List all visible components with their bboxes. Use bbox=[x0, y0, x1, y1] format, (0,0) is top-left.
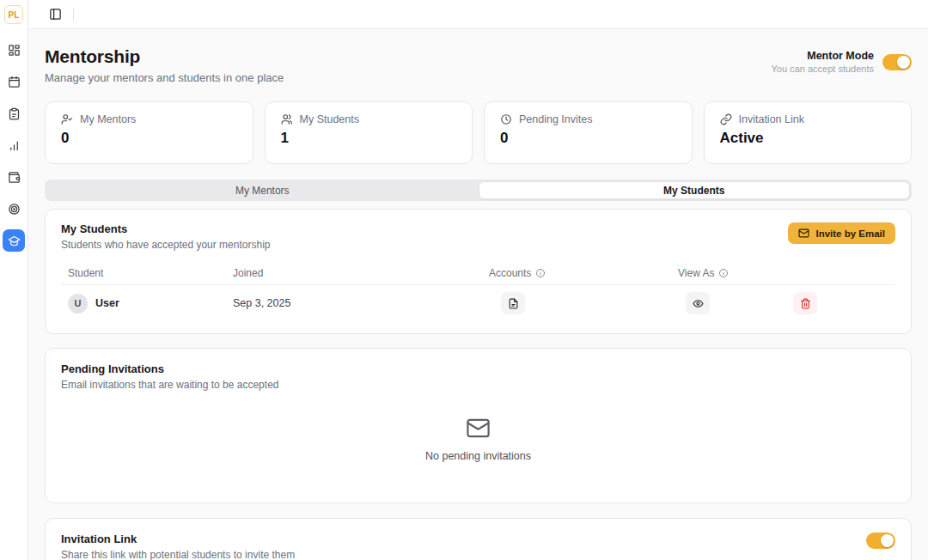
file-icon bbox=[508, 298, 519, 309]
eye-icon bbox=[693, 298, 704, 309]
info-icon[interactable] bbox=[535, 268, 546, 278]
page-header: Mentorship Manage your mentors and stude… bbox=[45, 46, 912, 84]
sidebar-item-tasks[interactable] bbox=[3, 102, 25, 125]
mail-icon bbox=[466, 416, 491, 441]
stat-card-my-students: My Students 1 bbox=[265, 101, 473, 164]
stat-value: 1 bbox=[281, 130, 457, 147]
trash-icon bbox=[800, 298, 811, 309]
sidebar-item-analytics[interactable] bbox=[3, 134, 25, 156]
view-accounts-button[interactable] bbox=[501, 292, 525, 314]
my-students-titles: My Students Students who have accepted y… bbox=[61, 222, 270, 251]
sidebar-item-dashboard[interactable] bbox=[3, 39, 25, 61]
mentorship-tabs: My Mentors My Students bbox=[45, 180, 912, 201]
calendar-icon bbox=[8, 76, 21, 88]
actions-cell bbox=[793, 292, 888, 314]
sidebar-item-wallet[interactable] bbox=[3, 166, 25, 188]
students-table: Student Joined Accounts View As U bbox=[61, 261, 895, 321]
tab-my-students[interactable]: My Students bbox=[479, 181, 911, 199]
my-students-card: My Students Students who have accepted y… bbox=[45, 209, 912, 334]
tab-my-mentors[interactable]: My Mentors bbox=[46, 181, 479, 199]
view-as-student-button[interactable] bbox=[686, 292, 710, 314]
invitation-link-titles: Invitation Link Share this link with pot… bbox=[61, 533, 295, 560]
invitation-link-title: Invitation Link bbox=[61, 533, 295, 545]
invite-by-email-label: Invite by Email bbox=[815, 228, 885, 239]
page-subtitle: Manage your mentors and students in one … bbox=[45, 71, 284, 84]
sidebar-item-calendar[interactable] bbox=[3, 70, 25, 93]
pending-invitations-title: Pending Invitations bbox=[61, 362, 895, 375]
accounts-cell bbox=[489, 292, 678, 314]
users-icon bbox=[281, 113, 293, 125]
target-icon bbox=[8, 203, 21, 216]
pending-invitations-card: Pending Invitations Email invitations th… bbox=[45, 348, 912, 503]
info-icon[interactable] bbox=[718, 268, 729, 278]
column-label: Accounts bbox=[489, 267, 531, 279]
sidebar-item-goals[interactable] bbox=[3, 198, 25, 220]
sidebar: PL bbox=[0, 0, 28, 560]
pending-invitations-empty-state: No pending invitations bbox=[46, 416, 911, 462]
clock-icon bbox=[500, 113, 512, 125]
pending-invitations-subtitle: Email invitations that are waiting to be… bbox=[61, 379, 895, 391]
invitation-link-subtitle: Share this link with potential students … bbox=[61, 549, 295, 560]
topbar-divider bbox=[73, 8, 74, 21]
my-students-card-header: My Students Students who have accepted y… bbox=[61, 222, 895, 251]
app-logo[interactable]: PL bbox=[4, 5, 23, 24]
stat-label: My Mentors bbox=[80, 113, 136, 125]
graduation-cap-icon bbox=[8, 234, 21, 247]
page-header-text: Mentorship Manage your mentors and stude… bbox=[45, 46, 284, 84]
invitation-link-header: Invitation Link Share this link with pot… bbox=[61, 533, 895, 560]
joined-date: Sep 3, 2025 bbox=[233, 297, 489, 309]
stat-label: Pending Invites bbox=[519, 113, 592, 125]
clipboard-icon bbox=[8, 107, 21, 120]
wallet-icon bbox=[8, 171, 21, 184]
invitation-link-toggle[interactable] bbox=[866, 533, 895, 549]
invitation-link-card: Invitation Link Share this link with pot… bbox=[45, 518, 912, 560]
stat-card-header: My Mentors bbox=[61, 113, 237, 125]
view-as-cell bbox=[678, 292, 793, 314]
sidebar-nav bbox=[3, 39, 25, 252]
stat-card-pending-invites: Pending Invites 0 bbox=[484, 101, 693, 164]
mentor-mode-control: Mentor Mode You can accept students bbox=[772, 50, 912, 74]
empty-state-message: No pending invitations bbox=[425, 450, 531, 462]
column-header-accounts: Accounts bbox=[489, 267, 678, 279]
invite-by-email-button[interactable]: Invite by Email bbox=[788, 222, 895, 244]
student-cell: U User bbox=[68, 294, 233, 313]
stat-card-header: My Students bbox=[281, 113, 457, 125]
mentor-mode-text: Mentor Mode You can accept students bbox=[772, 50, 874, 74]
mentor-mode-description: You can accept students bbox=[772, 64, 874, 74]
stat-card-my-mentors: My Mentors 0 bbox=[45, 101, 253, 164]
stat-value: 0 bbox=[61, 130, 237, 147]
topbar bbox=[28, 0, 928, 29]
mentor-mode-label: Mentor Mode bbox=[772, 50, 874, 62]
column-header-view-as: View As bbox=[678, 267, 793, 279]
mail-icon bbox=[798, 228, 809, 239]
sidebar-toggle-button[interactable] bbox=[46, 5, 64, 24]
remove-student-button[interactable] bbox=[793, 292, 817, 314]
my-students-title: My Students bbox=[61, 222, 270, 235]
bar-chart-icon bbox=[8, 139, 21, 152]
stat-label: Invitation Link bbox=[739, 113, 804, 125]
stat-value: 0 bbox=[500, 130, 676, 147]
column-header-joined: Joined bbox=[233, 267, 489, 279]
student-name: User bbox=[95, 297, 119, 309]
main-content: Mentorship Manage your mentors and stude… bbox=[28, 29, 928, 560]
stats-row: My Mentors 0 My Students 1 Pending Invit… bbox=[45, 101, 912, 164]
mentorship-page: PL bbox=[0, 0, 928, 560]
stat-value: Active bbox=[720, 130, 896, 147]
avatar: U bbox=[68, 294, 88, 313]
column-label: View As bbox=[678, 267, 714, 279]
dashboard-icon bbox=[8, 44, 21, 57]
student-table-row: U User Sep 3, 2025 bbox=[61, 285, 895, 321]
column-label: Student bbox=[68, 267, 103, 279]
column-label: Joined bbox=[233, 267, 263, 279]
stat-card-header: Pending Invites bbox=[500, 113, 676, 125]
sidebar-item-mentorship[interactable] bbox=[3, 229, 25, 252]
stat-card-invitation-link: Invitation Link Active bbox=[704, 101, 913, 164]
my-students-subtitle: Students who have accepted your mentorsh… bbox=[61, 239, 270, 251]
mentor-mode-toggle[interactable] bbox=[882, 54, 912, 70]
link-icon bbox=[720, 113, 732, 125]
stat-card-header: Invitation Link bbox=[720, 113, 896, 125]
column-header-student: Student bbox=[68, 267, 233, 279]
stat-label: My Students bbox=[300, 113, 359, 125]
page-title: Mentorship bbox=[45, 46, 284, 67]
students-table-header: Student Joined Accounts View As bbox=[61, 261, 895, 285]
